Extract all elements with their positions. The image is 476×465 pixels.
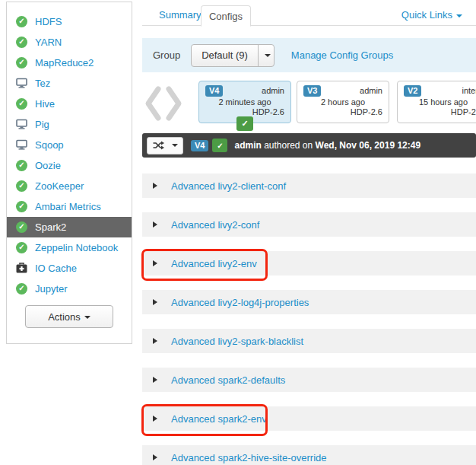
sidebar-item-mapreduce2[interactable]: ✓ MapReduce2	[7, 53, 132, 73]
expand-triangle-icon	[153, 221, 157, 228]
sidebar-item-ambari-metrics[interactable]: ✓ Ambari Metrics	[7, 196, 132, 217]
client-monitor-icon	[16, 139, 27, 151]
expand-triangle-icon	[153, 260, 157, 266]
sidebar-item-label: Zeppelin Notebook	[35, 240, 118, 256]
expand-triangle-icon	[153, 338, 157, 344]
config-section-link: Advanced livy2-spark-blacklist	[171, 336, 303, 347]
sidebar-item-label: YARN	[35, 35, 62, 50]
expand-triangle-icon	[153, 377, 157, 383]
version-card[interactable]: V3 admin 2 hours ago HDP-2.6 ✓	[297, 81, 389, 123]
compare-versions-button[interactable]	[147, 137, 183, 154]
config-section-link: Advanced spark2-defaults	[171, 374, 285, 386]
config-section-row[interactable]: Advanced livy2-log4j-properties	[142, 290, 476, 314]
chevron-down-icon	[456, 14, 462, 18]
manage-config-groups-link[interactable]: Manage Config Groups	[291, 49, 393, 61]
config-section-row[interactable]: Advanced livy2-conf	[142, 212, 476, 237]
sidebar-item-hive[interactable]: ✓ Hive	[7, 94, 132, 114]
version-badge: V3	[303, 85, 321, 97]
config-group-bar: Group Default (9) Manage Config Groups	[142, 38, 476, 72]
sidebar-item-label: IO Cache	[35, 261, 77, 276]
expand-triangle-icon	[153, 416, 157, 422]
group-selected-value[interactable]: Default (9)	[192, 45, 258, 66]
sidebar-item-label: Pig	[35, 117, 49, 132]
chevron-down-icon	[265, 54, 271, 57]
config-sections-list: Advanced livy2-client-conf Advanced livy…	[142, 174, 476, 465]
io-cache-medkit-icon	[16, 263, 27, 274]
sidebar-item-oozie[interactable]: ✓ Oozie	[7, 155, 132, 176]
version-time: 2 minutes ago	[205, 97, 284, 107]
sidebar-item-label: Jupyter	[35, 282, 68, 297]
expand-triangle-icon	[153, 299, 157, 305]
sidebar-item-zeppelin-notebook[interactable]: ✓ Zeppelin Notebook	[7, 237, 132, 258]
config-section-row[interactable]: Advanced livy2-spark-blacklist	[142, 329, 476, 353]
sidebar-item-zookeeper[interactable]: ✓ ZooKeeper	[7, 176, 132, 196]
version-stack: HDP-2.6	[404, 107, 476, 116]
version-time: 2 hours ago	[303, 97, 382, 107]
actions-button[interactable]: Actions	[25, 305, 113, 328]
authored-date: Wed, Nov 06, 2019 12:49	[316, 140, 421, 151]
config-section-row[interactable]: Advanced spark2-env	[142, 406, 476, 431]
config-section-link: Advanced livy2-conf	[171, 219, 259, 231]
version-author: intern	[462, 85, 476, 95]
config-section-link: Advanced livy2-client-conf	[171, 180, 286, 192]
service-ok-check-icon: ✓	[16, 37, 27, 48]
chevron-down-icon	[84, 316, 90, 319]
config-section-row[interactable]: Advanced spark2-hive-site-override	[142, 445, 476, 465]
sidebar-item-spark2[interactable]: ✓ Spark2	[7, 217, 132, 237]
current-version-badge: V4	[191, 140, 208, 151]
service-ok-check-icon: ✓	[16, 221, 27, 233]
sidebar-item-sqoop[interactable]: ✓ Sqoop	[7, 135, 132, 155]
chevron-down-icon	[172, 144, 178, 147]
sidebar-item-pig[interactable]: ✓ Pig	[7, 114, 132, 135]
shuffle-icon	[153, 141, 164, 150]
sidebar-item-yarn[interactable]: ✓ YARN	[7, 32, 132, 53]
sidebar-item-label: Sqoop	[35, 138, 64, 153]
current-check-icon: ✓	[212, 139, 227, 152]
group-label: Group	[153, 49, 180, 61]
tab-bar: Summary Configs Quick Links	[142, 0, 476, 26]
current-version-check-icon: ✓	[236, 116, 253, 131]
services-list: ✓ HDFS ✓ YARN ✓ MapReduce2 ✓	[7, 11, 132, 299]
version-stack: HDP-2.6	[303, 107, 382, 116]
sidebar-item-hdfs[interactable]: ✓ HDFS	[7, 11, 132, 32]
sidebar-item-label: Ambari Metrics	[35, 199, 101, 215]
sidebar-item-label: HDFS	[35, 14, 62, 30]
next-versions-chevron[interactable]	[164, 84, 184, 123]
sidebar-item-label: Spark2	[35, 220, 66, 235]
config-section-link: Advanced livy2-env	[171, 258, 257, 269]
client-monitor-icon	[16, 78, 27, 89]
version-badge: V2	[404, 85, 421, 97]
sidebar-item-tez[interactable]: ✓ Tez	[7, 73, 132, 94]
version-badge: V4	[205, 85, 223, 97]
config-versions-row: V4 admin 2 minutes ago HDP-2.6 ✓ V3 admi…	[142, 79, 476, 131]
sidebar-item-io-cache[interactable]: ✓ IO Cache	[7, 258, 132, 279]
authored-text: admin authored on Wed, Nov 06, 2019 12:4…	[234, 140, 420, 151]
config-section-row[interactable]: Advanced livy2-client-conf	[142, 174, 476, 198]
service-ok-check-icon: ✓	[16, 16, 27, 27]
config-section-row[interactable]: Advanced spark2-defaults	[142, 368, 476, 392]
version-card[interactable]: V4 admin 2 minutes ago HDP-2.6 ✓	[198, 81, 291, 123]
actions-button-label: Actions	[48, 311, 81, 323]
previous-versions-chevron[interactable]	[143, 84, 163, 123]
group-dropdown-caret[interactable]	[258, 45, 274, 66]
quick-links-dropdown[interactable]: Quick Links	[401, 9, 462, 21]
service-ok-check-icon: ✓	[16, 242, 27, 253]
config-section-link: Advanced spark2-env	[171, 413, 267, 425]
group-select-dropdown[interactable]: Default (9)	[191, 44, 274, 67]
quick-links-label: Quick Links	[401, 9, 452, 21]
sidebar-item-jupyter[interactable]: ✓ Jupyter	[7, 279, 132, 299]
service-ok-check-icon: ✓	[16, 57, 27, 68]
sidebar-item-label: MapReduce2	[35, 56, 94, 71]
sidebar-item-label: Oozie	[35, 158, 61, 174]
sidebar-item-label: Tez	[35, 76, 50, 91]
version-time: 15 hours ago	[404, 97, 476, 107]
config-section-row[interactable]: Advanced livy2-env	[142, 251, 476, 275]
current-version-bar: V4 ✓ admin authored on Wed, Nov 06, 2019…	[142, 133, 476, 158]
tab-configs[interactable]: Configs	[201, 5, 251, 27]
service-ok-check-icon: ✓	[16, 283, 27, 295]
config-section-link: Advanced livy2-log4j-properties	[171, 297, 309, 308]
expand-triangle-icon	[153, 454, 157, 460]
version-stack: HDP-2.6	[205, 107, 284, 116]
version-author: admin	[262, 85, 284, 95]
version-card[interactable]: V2 intern 15 hours ago HDP-2.6 ✓	[397, 81, 476, 123]
